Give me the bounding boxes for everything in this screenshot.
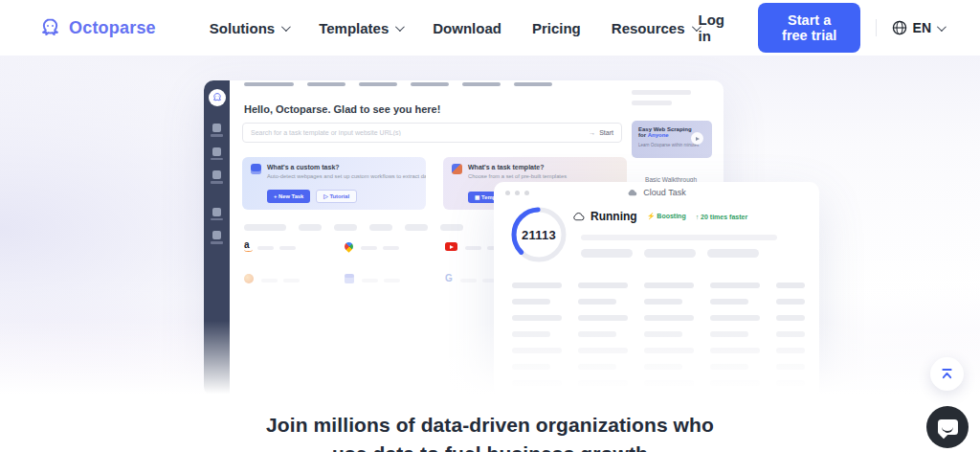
task-search-bar: → Start <box>242 123 622 143</box>
nav-item-solutions[interactable]: Solutions <box>210 20 288 36</box>
custom-task-card: What's a custom task? Auto-detect webpag… <box>242 157 426 210</box>
card-description: Choose from a set of pre-built templates <box>468 173 567 179</box>
search-input[interactable] <box>251 129 589 136</box>
play-icon[interactable] <box>691 132 703 145</box>
progress-skeleton-bar <box>581 235 777 240</box>
chevron-down-icon <box>281 22 291 32</box>
chat-bubble-icon <box>938 419 958 435</box>
sidebar-item[interactable] <box>211 170 223 184</box>
cloud-task-panel: Cloud Task 21113 Running ⚡ Boosting ↑ 20… <box>494 182 819 398</box>
google-icon: G <box>445 274 453 282</box>
octopus-icon <box>38 16 62 40</box>
filter-tabs-skeleton <box>244 224 463 231</box>
amazon-icon: a <box>244 241 250 249</box>
login-link[interactable]: Log in <box>699 11 726 44</box>
octopus-icon <box>212 92 223 103</box>
tools-icon <box>212 231 221 239</box>
firefox-icon <box>244 274 254 283</box>
sidebar-logo[interactable] <box>209 89 226 106</box>
app-topbar-skeleton <box>244 82 552 86</box>
arrow-right-icon: → <box>589 129 595 136</box>
nav-item-download[interactable]: Download <box>433 20 501 36</box>
top-navigation-bar: Octoparse Solutions Templates Download P… <box>0 0 980 56</box>
card-title: What's a custom task? <box>267 164 426 170</box>
tutorial-button[interactable]: ▷ Tutorial <box>316 190 357 203</box>
scroll-to-top-button[interactable] <box>930 357 964 391</box>
language-selector[interactable]: EN <box>892 20 944 35</box>
section-heading-line2: use data to fuel business growth <box>0 440 980 452</box>
card-title: What's a task template? <box>468 164 567 170</box>
chevron-down-icon <box>395 22 405 32</box>
octoparse-homepage: Octoparse Solutions Templates Download P… <box>0 0 980 452</box>
section-heading-line1: Join millions of data-driven organizatio… <box>0 411 980 440</box>
app-sidebar <box>204 80 230 396</box>
video-promo-card[interactable]: Easy Web Scraping for Anyone Learn Octop… <box>632 121 712 158</box>
tasks-icon <box>212 170 221 179</box>
globe-icon <box>892 20 907 35</box>
brand-name: Octoparse <box>69 18 156 38</box>
stat-skeleton-bars <box>581 249 759 258</box>
chat-widget-button[interactable] <box>926 406 969 448</box>
boosting-badge: ⚡ Boosting <box>647 213 686 220</box>
tips-icon <box>212 208 221 216</box>
nav-item-templates[interactable]: Templates <box>319 20 402 36</box>
template-item-firefox[interactable] <box>244 274 345 283</box>
start-free-trial-button[interactable]: Start a free trial <box>758 3 859 53</box>
sidebar-item[interactable] <box>211 147 223 161</box>
wallet-icon <box>345 274 354 283</box>
template-item-amazon[interactable]: a <box>244 241 345 251</box>
chevron-down-icon <box>937 22 947 32</box>
app-greeting: Hello, Octoparse. Glad to see you here! <box>244 103 440 115</box>
document-icon <box>251 164 261 174</box>
puzzle-icon <box>452 164 462 174</box>
octoparse-logo[interactable]: Octoparse <box>38 16 156 40</box>
panel-title: Cloud Task <box>494 188 819 197</box>
card-description: Auto-detect webpages and set up custom w… <box>267 173 426 179</box>
template-item-google-maps[interactable] <box>345 241 445 251</box>
extracted-count: 21113 <box>508 228 569 242</box>
youtube-icon <box>445 242 457 251</box>
new-task-button[interactable]: + New Task <box>267 190 310 203</box>
header-divider <box>876 19 877 36</box>
hero-section: Hello, Octoparse. Glad to see you here! … <box>0 56 980 402</box>
progress-ring: 21113 <box>508 204 569 265</box>
speed-badge: ↑ 20 times faster <box>696 214 747 220</box>
google-maps-icon <box>343 240 355 253</box>
cloud-grid <box>512 282 819 396</box>
status-row: Running ⚡ Boosting ↑ 20 times faster <box>572 210 747 223</box>
sidebar-item[interactable] <box>211 231 223 244</box>
language-label: EN <box>913 20 931 35</box>
cloud-icon <box>627 189 638 196</box>
header-actions: Log in Start a free trial EN <box>699 3 944 53</box>
cloud-icon <box>572 212 586 221</box>
main-nav: Solutions Templates Download Pricing Res… <box>210 20 699 36</box>
sidebar-item[interactable] <box>211 208 223 221</box>
templates-icon <box>212 147 221 156</box>
template-item-wallet[interactable] <box>345 274 445 283</box>
social-proof-section: Join millions of data-driven organizatio… <box>0 402 980 452</box>
right-column-skeleton <box>632 90 712 111</box>
home-icon <box>212 124 221 132</box>
nav-item-resources[interactable]: Resources <box>612 20 699 36</box>
start-button[interactable]: → Start <box>589 129 613 136</box>
arrow-up-to-line-icon <box>941 368 953 380</box>
sidebar-item[interactable] <box>211 124 223 137</box>
nav-item-pricing[interactable]: Pricing <box>532 20 581 36</box>
status-label: Running <box>590 210 637 223</box>
